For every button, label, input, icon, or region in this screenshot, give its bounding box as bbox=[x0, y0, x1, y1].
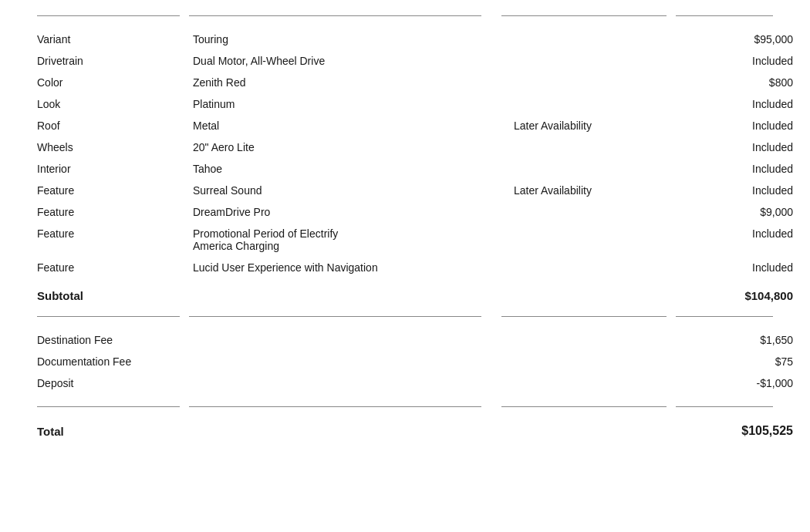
row-desc: Lucid User Experience with Navigation bbox=[193, 261, 494, 274]
table-row: FeaturePromotional Period of ElectrifyAm… bbox=[37, 223, 773, 257]
table-row: InteriorTahoeIncluded bbox=[37, 158, 773, 180]
total-label: Total bbox=[37, 425, 184, 438]
fee-price: $1,650 bbox=[693, 334, 793, 346]
row-desc: Metal bbox=[193, 120, 494, 132]
total-price: $105,525 bbox=[693, 424, 793, 438]
fee-row: Destination Fee$1,650 bbox=[37, 329, 773, 351]
table-row: VariantTouring$95,000 bbox=[37, 29, 773, 50]
row-label: Feature bbox=[37, 261, 184, 274]
table-row: DrivetrainDual Motor, All-Wheel DriveInc… bbox=[37, 50, 773, 72]
row-desc: Touring bbox=[193, 33, 494, 45]
row-price: $95,000 bbox=[693, 33, 793, 45]
fee-row: Documentation Fee$75 bbox=[37, 351, 773, 372]
row-price: Included bbox=[693, 141, 793, 153]
row-label: Feature bbox=[37, 227, 184, 240]
row-desc: Platinum bbox=[193, 98, 494, 110]
table-row: LookPlatinumIncluded bbox=[37, 93, 773, 115]
row-label: Roof bbox=[37, 120, 184, 132]
fee-price: -$1,000 bbox=[693, 377, 793, 389]
row-price: Included bbox=[693, 55, 793, 67]
table-row: ColorZenith Red$800 bbox=[37, 72, 773, 93]
mid-divider bbox=[37, 316, 773, 317]
row-desc: DreamDrive Pro bbox=[193, 206, 494, 218]
row-price: Included bbox=[693, 163, 793, 175]
row-availability: Later Availability bbox=[514, 120, 683, 132]
fee-row: Deposit-$1,000 bbox=[37, 372, 773, 394]
row-price: Included bbox=[693, 98, 793, 110]
row-price: Included bbox=[693, 184, 793, 197]
line-items-section: VariantTouring$95,000DrivetrainDual Moto… bbox=[37, 29, 773, 278]
row-desc: Surreal Sound bbox=[193, 184, 494, 197]
table-row: FeatureSurreal SoundLater AvailabilityIn… bbox=[37, 180, 773, 201]
bottom-divider bbox=[37, 406, 773, 407]
row-price: Included bbox=[693, 261, 793, 274]
row-desc: Zenith Red bbox=[193, 76, 494, 89]
row-label: Feature bbox=[37, 184, 184, 197]
row-price: Included bbox=[693, 227, 793, 240]
row-price: $9,000 bbox=[693, 206, 793, 218]
table-row: FeatureDreamDrive Pro$9,000 bbox=[37, 201, 773, 223]
fee-price: $75 bbox=[693, 355, 793, 368]
row-price: Included bbox=[693, 120, 793, 132]
table-row: Wheels20" Aero LiteIncluded bbox=[37, 136, 773, 158]
row-availability: Later Availability bbox=[514, 184, 683, 197]
table-row: RoofMetalLater AvailabilityIncluded bbox=[37, 115, 773, 136]
total-row: Total$105,525 bbox=[37, 413, 773, 446]
fee-label: Documentation Fee bbox=[37, 355, 184, 368]
row-desc: Promotional Period of ElectrifyAmerica C… bbox=[193, 227, 494, 252]
row-label: Color bbox=[37, 76, 184, 89]
row-label: Interior bbox=[37, 163, 184, 175]
fees-section: Destination Fee$1,650Documentation Fee$7… bbox=[37, 329, 773, 394]
row-label: Drivetrain bbox=[37, 55, 184, 67]
fee-label: Deposit bbox=[37, 377, 184, 389]
row-desc: 20" Aero Lite bbox=[193, 141, 494, 153]
fee-label: Destination Fee bbox=[37, 334, 184, 346]
row-label: Look bbox=[37, 98, 184, 110]
row-label: Wheels bbox=[37, 141, 184, 153]
row-price: $800 bbox=[693, 76, 793, 89]
row-label: Variant bbox=[37, 33, 184, 45]
table-row: FeatureLucid User Experience with Naviga… bbox=[37, 257, 773, 278]
row-desc: Dual Motor, All-Wheel Drive bbox=[193, 55, 494, 67]
row-desc: Tahoe bbox=[193, 163, 494, 175]
subtotal-price: $104,800 bbox=[693, 289, 793, 302]
top-divider bbox=[37, 15, 773, 16]
subtotal-label: Subtotal bbox=[37, 289, 184, 302]
row-label: Feature bbox=[37, 206, 184, 218]
subtotal-row: Subtotal$104,800 bbox=[37, 278, 773, 310]
